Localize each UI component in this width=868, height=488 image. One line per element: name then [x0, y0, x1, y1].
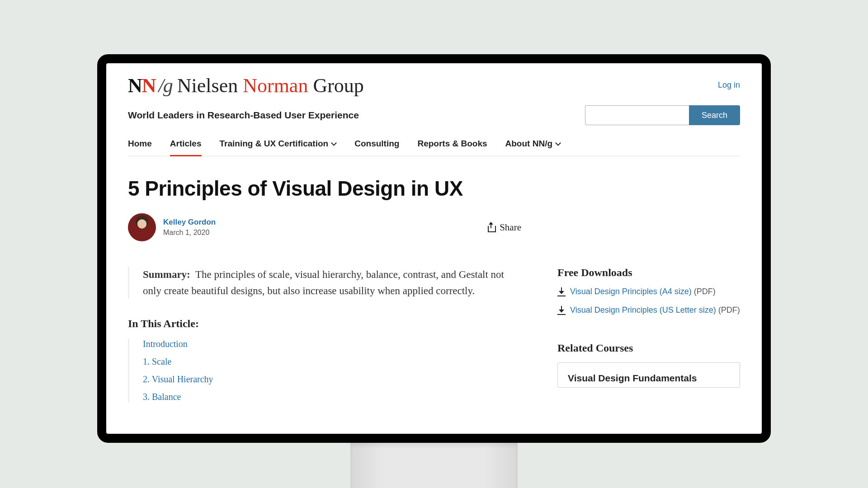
share-icon [487, 223, 495, 232]
byline-row: Kelley Gordon March 1, 2020 Share [128, 213, 521, 241]
nav-item-training-ux-certification[interactable]: Training & UX Certification [220, 137, 337, 156]
monitor-stand [350, 443, 518, 488]
topbar: NN/g Nielsen Norman Group Log in [128, 74, 740, 97]
nav-label: Articles [170, 139, 202, 149]
summary-label: Summary: [143, 269, 190, 280]
share-label: Share [500, 222, 521, 233]
publish-date: March 1, 2020 [163, 229, 216, 237]
nav-label: About NN/g [505, 139, 552, 149]
toc-link[interactable]: 3. Balance [143, 392, 521, 402]
toc: Introduction1. Scale2. Visual Hierarchy3… [128, 339, 521, 402]
downloads-list: Visual Design Principles (A4 size) (PDF)… [557, 287, 740, 315]
subheader: World Leaders in Research-Based User Exp… [128, 105, 740, 125]
main-nav: HomeArticlesTraining & UX CertificationC… [128, 137, 740, 156]
course-card[interactable]: Visual Design Fundamentals [557, 362, 740, 388]
nav-item-reports-books[interactable]: Reports & Books [417, 137, 487, 156]
courses-heading: Related Courses [557, 342, 740, 354]
monitor-mockup: NN/g Nielsen Norman Group Log in World L… [0, 0, 868, 488]
search-group: Search [585, 105, 740, 125]
nav-label: Reports & Books [417, 139, 487, 149]
toc-link[interactable]: Introduction [143, 339, 521, 349]
brand-nielsen: Nielsen [177, 75, 238, 97]
brand[interactable]: NN/g Nielsen Norman Group [128, 74, 364, 97]
avatar[interactable] [128, 213, 156, 241]
page: NN/g Nielsen Norman Group Log in World L… [106, 63, 762, 434]
nav-item-about-nn-g[interactable]: About NN/g [505, 137, 561, 156]
nav-item-articles[interactable]: Articles [170, 137, 202, 156]
download-icon [557, 287, 566, 296]
nav-label: Consulting [354, 139, 399, 149]
downloads-heading: Free Downloads [557, 267, 740, 279]
download-item: Visual Design Principles (US Letter size… [557, 305, 740, 315]
toc-link[interactable]: 1. Scale [143, 357, 521, 367]
download-item: Visual Design Principles (A4 size) (PDF) [557, 287, 740, 296]
download-suffix: (PDF) [694, 287, 716, 296]
screen: NN/g Nielsen Norman Group Log in World L… [106, 63, 762, 434]
download-suffix: (PDF) [718, 305, 740, 314]
course-title: Visual Design Fundamentals [568, 373, 730, 384]
sidebar: Free Downloads Visual Design Principles … [557, 267, 740, 409]
brand-text: Nielsen Norman Group [177, 74, 364, 97]
main-column: Summary: The principles of scale, visual… [128, 267, 521, 409]
download-link[interactable]: Visual Design Principles (US Letter size… [570, 305, 716, 314]
search-button[interactable]: Search [689, 105, 740, 125]
nav-label: Home [128, 139, 152, 149]
summary: Summary: The principles of scale, visual… [128, 267, 521, 299]
toc-heading: In This Article: [128, 318, 521, 330]
byline: Kelley Gordon March 1, 2020 [128, 213, 216, 241]
article-title: 5 Principles of Visual Design in UX [128, 176, 740, 201]
nav-label: Training & UX Certification [220, 139, 329, 149]
content-columns: Summary: The principles of scale, visual… [128, 267, 740, 409]
chevron-down-icon [555, 141, 561, 146]
brand-group: Group [313, 75, 363, 97]
summary-text: The principles of scale, visual hierarch… [143, 269, 504, 296]
logo-mark: NN/g [128, 74, 173, 97]
monitor-bezel: NN/g Nielsen Norman Group Log in World L… [97, 54, 771, 443]
nav-item-home[interactable]: Home [128, 137, 152, 156]
author-link[interactable]: Kelley Gordon [163, 218, 216, 227]
courses-list: Visual Design Fundamentals [557, 362, 740, 388]
brand-norman: Norman [243, 75, 308, 97]
download-icon [557, 306, 566, 315]
login-link[interactable]: Log in [718, 74, 740, 90]
toc-link[interactable]: 2. Visual Hierarchy [143, 374, 521, 385]
nav-item-consulting[interactable]: Consulting [354, 137, 399, 156]
share-button[interactable]: Share [487, 222, 521, 233]
search-input[interactable] [585, 105, 689, 125]
tagline: World Leaders in Research-Based User Exp… [128, 110, 359, 121]
download-link[interactable]: Visual Design Principles (A4 size) [570, 287, 692, 296]
chevron-down-icon [331, 141, 336, 146]
